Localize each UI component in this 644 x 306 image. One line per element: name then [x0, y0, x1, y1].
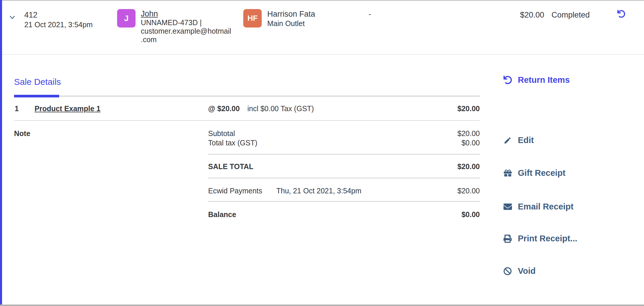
- summary-divider: [208, 154, 480, 155]
- note-label: Note: [14, 129, 30, 138]
- receipt-date: 21 Oct 2021, 3:54pm: [24, 20, 93, 30]
- summary-divider: [208, 201, 480, 202]
- customer-name-link[interactable]: John: [141, 9, 158, 18]
- gift-icon: [503, 169, 512, 177]
- line-item-quantity: 1: [15, 104, 19, 113]
- chevron-down-icon[interactable]: [9, 15, 16, 20]
- sale-header-row: 412 21 Oct 2021, 3:54pm J John UNNAMED-4…: [2, 1, 644, 55]
- void-label: Void: [518, 266, 536, 276]
- balance-label: Balance: [208, 210, 236, 219]
- left-accent-bar: [0, 0, 2, 305]
- payment-row: Ecwid Payments Thu, 21 Oct 2021, 3:54pm …: [208, 187, 480, 195]
- printer-icon: [503, 235, 512, 243]
- tab-rule: [14, 96, 480, 97]
- return-items-label: Return Items: [518, 75, 570, 85]
- active-tab-indicator: [14, 95, 59, 97]
- subtotal-value: $20.00: [458, 129, 480, 138]
- receipt-number: 412: [24, 10, 93, 20]
- sale-details-page: 412 21 Oct 2021, 3:54pm J John UNNAMED-4…: [0, 0, 644, 306]
- edit-button[interactable]: Edit: [503, 135, 534, 145]
- receipt-placeholder: -: [369, 10, 371, 18]
- balance-row: Balance $0.00: [208, 210, 480, 219]
- gift-receipt-button[interactable]: Gift Receipt: [503, 168, 566, 178]
- line-item-tax-info: incl $0.00 Tax (GST): [247, 104, 314, 113]
- balance-value: $0.00: [461, 210, 480, 219]
- email-receipt-button[interactable]: Email Receipt: [503, 202, 573, 212]
- staff-name: Harrison Fata: [267, 9, 315, 19]
- line-item-divider: [14, 120, 480, 121]
- staff-outlet: Main Outlet: [267, 19, 315, 28]
- tax-row: Total tax (GST) $0.00: [208, 139, 480, 147]
- sale-total-row: SALE TOTAL $20.00: [208, 162, 480, 171]
- print-receipt-button[interactable]: Print Receipt...: [503, 234, 577, 243]
- payment-date: Thu, 21 Oct 2021, 3:54pm: [276, 187, 458, 195]
- subtotal-label: Subtotal: [208, 129, 235, 138]
- pencil-icon: [503, 136, 512, 145]
- return-items-button[interactable]: Return Items: [503, 75, 570, 85]
- receipt-column: 412 21 Oct 2021, 3:54pm: [24, 10, 93, 30]
- payment-method: Ecwid Payments: [208, 187, 276, 195]
- edit-label: Edit: [518, 135, 534, 145]
- undo-icon[interactable]: [617, 10, 625, 18]
- tax-label: Total tax (GST): [208, 139, 257, 147]
- tab-sale-details[interactable]: Sale Details: [14, 77, 61, 87]
- summary-divider: [208, 178, 480, 178]
- email-receipt-label: Email Receipt: [518, 202, 573, 212]
- customer-column: J John UNNAMED-473D | customer.example@h…: [117, 9, 232, 44]
- customer-info: John UNNAMED-473D | customer.example@hot…: [141, 9, 232, 44]
- staff-avatar: HF: [243, 9, 262, 27]
- line-item-total: $20.00: [458, 104, 480, 113]
- print-receipt-label: Print Receipt...: [518, 234, 577, 243]
- sale-total-label: SALE TOTAL: [208, 162, 254, 171]
- customer-avatar: J: [117, 9, 136, 27]
- customer-detail: UNNAMED-473D | customer.example@hotmail.…: [141, 18, 232, 44]
- gift-receipt-label: Gift Receipt: [518, 168, 566, 178]
- header-total: $20.00: [520, 11, 544, 20]
- sale-total-value: $20.00: [458, 162, 480, 171]
- ban-icon: [503, 267, 512, 275]
- sale-details-panel: Sale Details 1 Product Example 1 @ $20.0…: [2, 55, 644, 305]
- staff-column: HF Harrison Fata Main Outlet: [243, 9, 315, 28]
- envelope-icon: [503, 202, 512, 211]
- undo-icon: [503, 76, 512, 84]
- staff-info: Harrison Fata Main Outlet: [267, 9, 315, 28]
- void-button[interactable]: Void: [503, 266, 536, 276]
- line-item-name-link[interactable]: Product Example 1: [35, 104, 100, 113]
- line-item-unit-price: @ $20.00: [208, 104, 240, 113]
- bottom-divider: [0, 305, 644, 306]
- subtotal-row: Subtotal $20.00: [208, 129, 480, 138]
- tax-value: $0.00: [461, 139, 480, 147]
- payment-value: $20.00: [458, 187, 480, 195]
- status-label: Completed: [551, 11, 590, 20]
